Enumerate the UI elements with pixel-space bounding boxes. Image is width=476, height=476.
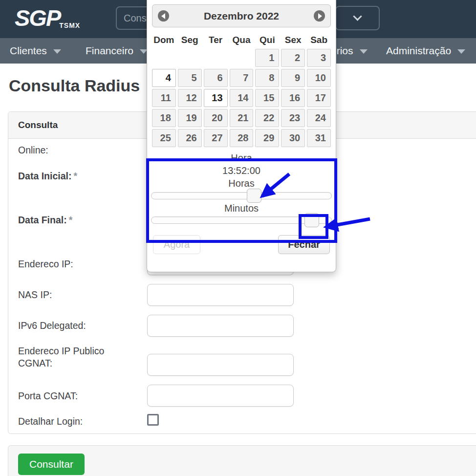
calendar-day-11[interactable]: 11 (152, 89, 176, 107)
calendar-day-28[interactable]: 28 (230, 129, 254, 147)
fechar-button[interactable]: Fechar (278, 235, 330, 254)
calendar-day-22[interactable]: 22 (255, 109, 279, 127)
calendar-day-17[interactable]: 17 (307, 89, 331, 107)
label-endereco-ip-publico-cgnat: Endereco IP Publico CGNAT: (18, 345, 128, 369)
caret-down-icon (53, 49, 61, 54)
calendar-day-3[interactable]: 3 (307, 49, 331, 67)
caret-down-icon (360, 49, 368, 54)
weekday-label: Qui (255, 34, 279, 48)
weekday-label: Dom (152, 34, 176, 48)
calendar-day-1[interactable]: 1 (255, 49, 279, 67)
nas-ip-field[interactable] (147, 284, 294, 306)
logo-text: SGP (15, 5, 60, 31)
weekday-label: Ter (204, 34, 228, 48)
minutes-slider-handle[interactable] (304, 213, 319, 227)
calendar-day-30[interactable]: 30 (281, 129, 305, 147)
calendar-day-20[interactable]: 20 (204, 109, 228, 127)
page-title: Consulta Radius (9, 76, 140, 95)
calendar-day-12[interactable]: 12 (178, 89, 202, 107)
calendar-day-9[interactable]: 9 (281, 69, 305, 87)
app-logo: SGP TSMX (15, 5, 80, 31)
calendar-day-23[interactable]: 23 (281, 109, 305, 127)
hours-label: Horas (147, 177, 336, 190)
calendar-day-7[interactable]: 7 (230, 69, 254, 87)
calendar-day-16[interactable]: 16 (281, 89, 305, 107)
calendar-day-6[interactable]: 6 (204, 69, 228, 87)
label-porta-cgnat: Porta CGNAT: (18, 390, 140, 402)
hours-slider-handle[interactable] (247, 189, 261, 203)
minutes-label: Minutos (147, 203, 336, 214)
logo-subtext: TSMX (59, 22, 80, 29)
calendar-month-title: Dezembro 2022 (169, 10, 314, 22)
nav-item-financeiro[interactable]: Financeiro (86, 38, 148, 64)
chevron-down-icon (353, 12, 362, 21)
label-online: Online: (18, 144, 140, 156)
nav-label: Financeiro (86, 45, 133, 57)
calendar-day-24[interactable]: 24 (307, 109, 331, 127)
calendar-day-10[interactable]: 10 (307, 69, 331, 87)
calendar-header: Dezembro 2022 (152, 4, 331, 27)
time-picker: Hora 13:52:00 Horas (147, 151, 336, 190)
nav-label: Administração (386, 45, 451, 57)
label-endereco-ip: Endereco IP: (18, 258, 140, 270)
prev-month-button[interactable] (158, 10, 169, 22)
calendar-day-14[interactable]: 14 (230, 89, 254, 107)
datetime-picker-popup: Dezembro 2022 DomSegTerQuaQuiSexSab 1234… (147, 0, 336, 272)
hours-slider[interactable] (151, 192, 332, 199)
consultar-button[interactable]: Consultar (18, 454, 85, 475)
popup-buttons: Agora Fechar (153, 235, 330, 254)
time-value: 13:52:00 (147, 164, 336, 177)
arrow-left-icon (161, 13, 165, 19)
label-detalhar-login: Detalhar Login: (18, 415, 140, 428)
calendar-day-2[interactable]: 2 (281, 49, 305, 67)
calendar-day-27[interactable]: 27 (204, 129, 228, 147)
weekday-label: Seg (178, 34, 202, 48)
calendar-day-21[interactable]: 21 (230, 109, 254, 127)
weekday-row: DomSegTerQuaQuiSexSab (152, 34, 331, 48)
agora-button[interactable]: Agora (153, 235, 200, 254)
required-marker: * (69, 215, 73, 225)
calendar-day-8[interactable]: 8 (255, 69, 279, 87)
nav-label: Clientes (10, 45, 47, 57)
caret-down-icon (457, 49, 465, 54)
calendar-days-grid: 1234567891011121314151617181920212223242… (152, 49, 331, 147)
detalhar-login-checkbox[interactable] (147, 414, 159, 426)
calendar-day-15[interactable]: 15 (255, 89, 279, 107)
weekday-label: Sab (307, 34, 331, 48)
calendar-day-25[interactable]: 25 (152, 129, 176, 147)
action-bar: Consultar (8, 445, 476, 476)
required-marker: * (73, 171, 77, 181)
label-data-inicial: Data Inicial:* (18, 170, 140, 182)
nav-item-clientes[interactable]: Clientes (10, 38, 61, 64)
label-ipv6-delegated: IPv6 Delegated: (18, 320, 140, 332)
label-nas-ip: NAS IP: (18, 289, 140, 301)
calendar-day-4[interactable]: 4 (152, 69, 176, 87)
topbar-dropdown[interactable] (335, 6, 380, 30)
ipv6-delegated-field[interactable] (147, 315, 294, 337)
calendar-day-26[interactable]: 26 (178, 129, 202, 147)
calendar-day-5[interactable]: 5 (178, 69, 202, 87)
weekday-label: Sex (281, 34, 305, 48)
weekday-label: Qua (230, 34, 254, 48)
endereco-ip-publico-cgnat-field[interactable] (147, 354, 294, 376)
porta-cgnat-field[interactable] (147, 385, 294, 407)
next-month-button[interactable] (314, 10, 325, 22)
calendar-day-18[interactable]: 18 (152, 109, 176, 127)
label-data-final: Data Final:* (18, 214, 140, 226)
nav-item-administracao[interactable]: Administração (386, 38, 465, 64)
time-section-label: Hora (147, 151, 336, 164)
minutes-slider[interactable] (151, 216, 332, 224)
calendar-day-13[interactable]: 13 (204, 89, 228, 107)
calendar-day-31[interactable]: 31 (307, 129, 331, 147)
calendar-day-29[interactable]: 29 (255, 129, 279, 147)
arrow-right-icon (318, 13, 322, 19)
calendar-day-19[interactable]: 19 (178, 109, 202, 127)
